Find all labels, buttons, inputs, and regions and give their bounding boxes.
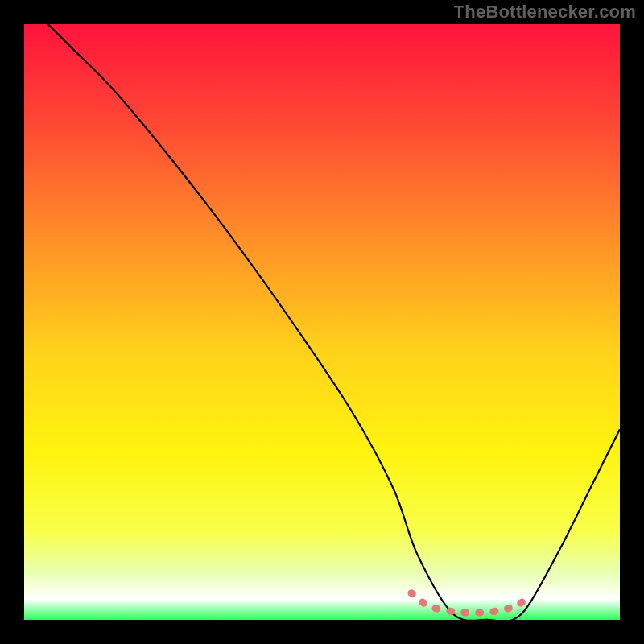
- bottleneck-chart: [0, 0, 644, 644]
- plot-background: [24, 24, 620, 620]
- watermark-label: TheBottlenecker.com: [454, 2, 636, 23]
- chart-container: TheBottlenecker.com: [0, 0, 644, 644]
